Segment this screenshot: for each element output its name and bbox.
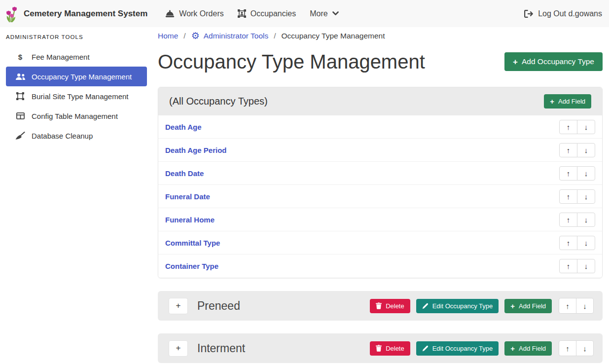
all-occupancy-types-header: (All Occupancy Types) + Add Field bbox=[158, 87, 602, 115]
sign-out-icon bbox=[524, 10, 534, 18]
chevron-down-icon bbox=[332, 11, 339, 16]
breadcrumb-admin-tools-link[interactable]: ⚙ Administrator Tools bbox=[191, 31, 269, 40]
arrow-down-icon: ↓ bbox=[584, 146, 588, 154]
edit-occupancy-type-button[interactable]: Edit Occupancy Type bbox=[416, 299, 499, 313]
nav-work-orders[interactable]: Work Orders bbox=[158, 5, 230, 22]
arrow-up-icon: ↑ bbox=[567, 146, 571, 154]
move-up-button[interactable]: ↑ bbox=[559, 189, 577, 204]
move-up-button[interactable]: ↑ bbox=[559, 259, 577, 273]
sidebar-item-fee-management[interactable]: $ Fee Management bbox=[6, 47, 147, 67]
edit-occupancy-type-button[interactable]: Edit Occupancy Type bbox=[416, 341, 499, 356]
field-row: Death Date ↑ ↓ bbox=[158, 162, 602, 185]
field-link-funeral-date[interactable]: Funeral Date bbox=[165, 192, 210, 201]
expand-button[interactable]: + bbox=[169, 340, 188, 357]
nav-more-label: More bbox=[310, 9, 327, 18]
move-up-button[interactable]: ↑ bbox=[559, 143, 577, 157]
field-link-death-date[interactable]: Death Date bbox=[165, 169, 204, 178]
arrow-down-icon: ↓ bbox=[584, 169, 588, 178]
reorder-controls: ↑ ↓ bbox=[559, 298, 594, 314]
sidebar: ADMINISTRATOR TOOLS $ Fee Management Occ… bbox=[0, 27, 153, 364]
app-title: Cemetery Management System bbox=[24, 9, 147, 19]
add-field-button[interactable]: + Add Field bbox=[544, 94, 591, 109]
nav-occupancies-label: Occupancies bbox=[251, 9, 296, 18]
plus-icon: + bbox=[510, 345, 515, 352]
sidebar-item-config-table-management[interactable]: Config Table Management bbox=[6, 106, 147, 126]
expand-button[interactable]: + bbox=[169, 298, 188, 314]
move-up-button[interactable]: ↑ bbox=[559, 236, 577, 250]
move-down-button[interactable]: ↓ bbox=[577, 189, 595, 204]
nav-more[interactable]: More bbox=[303, 5, 345, 22]
broom-icon bbox=[15, 132, 26, 140]
hard-hat-icon bbox=[165, 10, 175, 18]
arrow-down-icon: ↓ bbox=[583, 344, 587, 353]
arrow-up-icon: ↑ bbox=[567, 216, 571, 224]
move-down-button[interactable]: ↓ bbox=[577, 143, 595, 157]
move-down-button[interactable]: ↓ bbox=[577, 166, 595, 181]
edit-occupancy-type-label: Edit Occupancy Type bbox=[432, 302, 493, 310]
move-down-button[interactable]: ↓ bbox=[576, 298, 594, 314]
gear-icon: ⚙ bbox=[191, 31, 200, 40]
breadcrumb-current: Occupancy Type Management bbox=[282, 32, 385, 40]
field-link-funeral-home[interactable]: Funeral Home bbox=[165, 216, 215, 224]
move-up-button[interactable]: ↑ bbox=[559, 120, 577, 134]
move-up-button[interactable]: ↑ bbox=[559, 340, 576, 356]
field-link-committal-type[interactable]: Committal Type bbox=[165, 239, 220, 247]
sidebar-item-label: Fee Management bbox=[32, 53, 90, 61]
sidebar-item-label: Database Cleanup bbox=[32, 132, 93, 140]
reorder-controls: ↑ ↓ bbox=[559, 143, 595, 157]
edit-occupancy-type-label: Edit Occupancy Type bbox=[432, 345, 493, 352]
vector-square-icon bbox=[15, 92, 26, 100]
breadcrumb-separator: / bbox=[274, 32, 276, 40]
reorder-controls: ↑ ↓ bbox=[559, 166, 595, 181]
app-brand[interactable]: Cemetery Management System bbox=[6, 5, 147, 23]
top-navbar: Cemetery Management System Work Orders bbox=[0, 0, 609, 27]
field-link-container-type[interactable]: Container Type bbox=[165, 262, 218, 270]
arrow-down-icon: ↓ bbox=[584, 123, 588, 131]
field-row: Death Age Period ↑ ↓ bbox=[158, 139, 602, 162]
nav-occupancies[interactable]: Occupancies bbox=[231, 5, 303, 22]
all-occupancy-types-title: (All Occupancy Types) bbox=[169, 96, 268, 107]
delete-button[interactable]: Delete bbox=[370, 299, 410, 313]
delete-button[interactable]: Delete bbox=[370, 341, 410, 356]
logout-label: Log Out d.gowans bbox=[538, 9, 602, 18]
reorder-controls: ↑ ↓ bbox=[559, 259, 595, 273]
move-up-button[interactable]: ↑ bbox=[559, 298, 576, 314]
breadcrumb-home-link[interactable]: Home bbox=[158, 32, 178, 40]
add-field-button[interactable]: + Add Field bbox=[504, 341, 552, 356]
sidebar-item-label: Occupancy Type Management bbox=[32, 73, 132, 81]
sidebar-heading: ADMINISTRATOR TOOLS bbox=[6, 31, 147, 47]
arrow-up-icon: ↑ bbox=[567, 192, 571, 201]
logout-button[interactable]: Log Out d.gowans bbox=[524, 9, 602, 18]
sidebar-item-burial-site-type-management[interactable]: Burial Site Type Management bbox=[6, 86, 147, 106]
move-down-button[interactable]: ↓ bbox=[577, 236, 595, 250]
section-title: Interment bbox=[197, 342, 245, 355]
sidebar-item-label: Config Table Management bbox=[32, 112, 118, 120]
occupancy-type-section-preneed: + Preneed Delete Edit Occ bbox=[158, 291, 603, 321]
move-up-button[interactable]: ↑ bbox=[559, 166, 577, 181]
move-down-button[interactable]: ↓ bbox=[576, 340, 594, 356]
add-field-label: Add Field bbox=[519, 302, 546, 310]
move-down-button[interactable]: ↓ bbox=[577, 213, 595, 227]
move-down-button[interactable]: ↓ bbox=[577, 259, 595, 273]
sidebar-item-database-cleanup[interactable]: Database Cleanup bbox=[6, 126, 147, 146]
arrow-up-icon: ↑ bbox=[567, 262, 571, 270]
sidebar-item-label: Burial Site Type Management bbox=[32, 92, 129, 101]
field-link-death-age[interactable]: Death Age bbox=[165, 123, 202, 131]
reorder-controls: ↑ ↓ bbox=[559, 189, 595, 204]
section-title: Preneed bbox=[197, 299, 240, 313]
field-row: Container Type ↑ ↓ bbox=[158, 255, 602, 278]
delete-label: Delete bbox=[386, 345, 404, 352]
occupancy-frame-icon bbox=[238, 9, 246, 18]
navbar-links: Work Orders Occupancies More bbox=[158, 5, 345, 22]
sidebar-item-occupancy-type-management[interactable]: Occupancy Type Management bbox=[6, 67, 147, 86]
move-down-button[interactable]: ↓ bbox=[577, 120, 595, 134]
move-up-button[interactable]: ↑ bbox=[559, 213, 577, 227]
main-content: Home / ⚙ Administrator Tools / Occupancy… bbox=[153, 27, 609, 364]
field-link-death-age-period[interactable]: Death Age Period bbox=[165, 146, 226, 154]
add-occupancy-type-label: Add Occupancy Type bbox=[522, 57, 594, 66]
plus-icon: + bbox=[176, 343, 181, 353]
add-field-button[interactable]: + Add Field bbox=[504, 299, 552, 313]
add-occupancy-type-button[interactable]: + Add Occupancy Type bbox=[504, 52, 603, 71]
delete-label: Delete bbox=[386, 302, 404, 310]
page-header: Occupancy Type Management + Add Occupanc… bbox=[158, 49, 603, 74]
